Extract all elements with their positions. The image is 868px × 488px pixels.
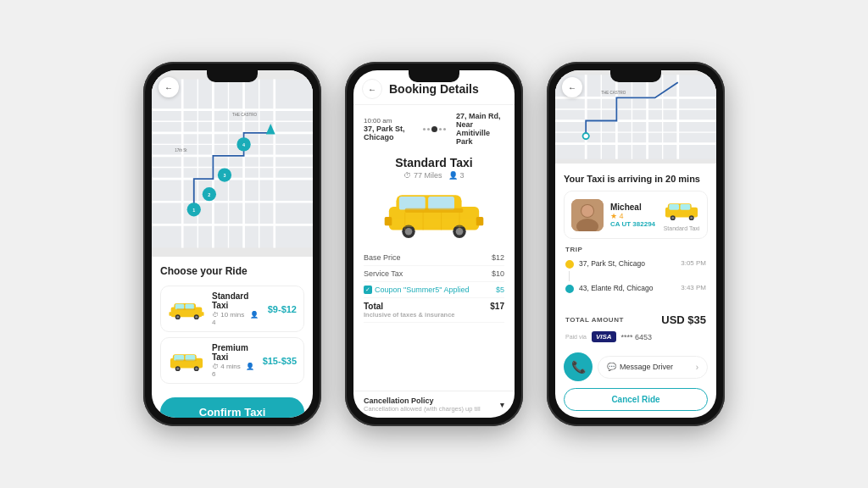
route-connector (417, 126, 451, 132)
chevron-right-icon: › (696, 363, 698, 372)
visa-badge: VISA (592, 331, 616, 342)
svg-rect-87 (681, 204, 691, 210)
action-bar: 📞 💬 Message Driver › (555, 347, 716, 388)
cancel-area: Cancel Ride (555, 388, 716, 418)
driver-name: Micheal (610, 202, 656, 212)
notch-2 (409, 70, 459, 82)
price-row-coupon: ✓ Coupon "Summer5" Applied $5 (364, 282, 504, 298)
ride-price-premium: $15-$35 (263, 356, 297, 366)
svg-point-46 (195, 367, 198, 369)
from-address: 37, Park St, Chicago (364, 125, 412, 141)
total-amount-label: TOTAL AMOUNT (565, 316, 624, 324)
ride-price-standard: $9-$12 (268, 304, 297, 314)
driver-card: Micheal ★ 4 CA UT 382294 S (564, 191, 708, 239)
back-button-2[interactable]: ← (362, 79, 382, 99)
booking-route: 10:00 am 37, Park St, Chicago 27, Main R… (353, 105, 515, 152)
screen-2: ← Booking Details 10:00 am 37, Park St, … (353, 70, 515, 418)
cancel-ride-button[interactable]: Cancel Ride (564, 388, 708, 411)
call-driver-button[interactable]: 📞 (564, 352, 593, 381)
svg-rect-59 (392, 220, 476, 228)
cancellation-policy[interactable]: Cancellation Policy Cancellation allowed… (353, 391, 515, 418)
map-3: THE CASTRO ← (555, 70, 716, 164)
message-driver-label: Message Driver (620, 363, 673, 371)
total-amount-row: TOTAL AMOUNT USD $35 (555, 310, 716, 330)
svg-rect-53 (476, 217, 484, 225)
driver-stars: ★ 4 (610, 212, 656, 220)
svg-point-91 (690, 217, 693, 219)
trip-section: TRIP 37, Park St, Chicago 3:05 PM 43, El… (555, 242, 716, 310)
price-row-tax: Service Tax $10 (364, 266, 504, 282)
phone-3: THE CASTRO ← Your Taxi is arriving in 20… (547, 62, 725, 426)
message-icon: 💬 (607, 363, 616, 371)
booking-title: Booking Details (389, 82, 479, 96)
trip-stop-to: 43, Elante Rd, Chicago 3:43 PM (565, 281, 706, 296)
svg-rect-32 (169, 312, 171, 315)
trip-connector (569, 271, 570, 281)
taxi-showcase: Standard Taxi ⏱ 77 Miles 👤 3 (353, 152, 515, 243)
map-1: 1 2 3 4 THE CASTRO 17th St ← (152, 70, 313, 257)
price-value-base: $12 (492, 253, 504, 262)
driver-plate: CA UT 382294 (610, 220, 656, 228)
svg-rect-86 (669, 204, 679, 210)
trip-end-icon (565, 285, 574, 293)
price-label-tax: Service Tax (364, 269, 403, 278)
svg-text:17th St: 17th St (175, 148, 187, 152)
driver-info: Micheal ★ 4 CA UT 382294 (610, 202, 656, 228)
svg-point-35 (176, 315, 179, 318)
choose-ride-title: Choose your Ride (160, 265, 304, 277)
taxi-meta: ⏱ 77 Miles 👤 3 (353, 171, 515, 180)
cancellation-label: Cancellation Policy (364, 396, 481, 405)
svg-point-83 (581, 205, 593, 217)
ride-meta-standard: ⏱ 10 mins 👤 4 (212, 311, 261, 326)
svg-rect-51 (428, 197, 454, 209)
tracking-header: Your Taxi is arriving in 20 mins (555, 164, 716, 187)
svg-text:2: 2 (208, 192, 210, 197)
total-amount-value: USD $35 (661, 313, 706, 326)
svg-point-89 (671, 217, 674, 219)
screen-1: 1 2 3 4 THE CASTRO 17th St ← Choose your… (152, 70, 313, 418)
svg-rect-0 (152, 79, 313, 247)
phone-2: ← Booking Details 10:00 am 37, Park St, … (345, 62, 523, 426)
svg-text:4: 4 (242, 142, 245, 147)
svg-rect-52 (385, 217, 392, 225)
svg-text:THE CASTRO: THE CASTRO (601, 91, 626, 95)
trip-from-text: 37, Park St, Chicago (579, 259, 676, 268)
svg-point-78 (583, 134, 587, 138)
screen-3: THE CASTRO ← Your Taxi is arriving in 20… (555, 70, 716, 418)
trip-start-icon (565, 260, 574, 269)
total-sub: Inclusive of taxes & insurance (364, 311, 455, 319)
svg-text:THE CASTRO: THE CASTRO (232, 113, 258, 117)
trip-to-text: 43, Elante Rd, Chicago (579, 284, 676, 292)
svg-rect-47 (175, 359, 197, 361)
phone-1: 1 2 3 4 THE CASTRO 17th St ← Choose your… (143, 62, 321, 426)
message-driver-button[interactable]: 💬 Message Driver › (598, 356, 708, 379)
svg-point-44 (176, 367, 179, 369)
route-from: 10:00 am 37, Park St, Chicago (364, 117, 412, 141)
svg-rect-33 (202, 312, 204, 315)
ride-option-premium[interactable]: Premium Taxi ⏱ 4 mins 👤 6 $15-$35 (160, 337, 304, 384)
total-value: $17 (490, 302, 504, 319)
svg-point-37 (195, 315, 198, 318)
ride-name-premium: Premium Taxi (212, 343, 256, 362)
confirm-taxi-button[interactable]: Confirm Taxi (160, 397, 304, 418)
cancellation-sub: Cancellation allowed (with charges) up t… (364, 405, 481, 413)
notch-1 (207, 70, 258, 82)
svg-point-55 (405, 228, 413, 236)
trip-label: TRIP (565, 246, 706, 253)
from-time: 10:00 am (364, 117, 412, 125)
card-number: **** 6453 (621, 333, 653, 341)
price-breakdown: Base Price $12 Service Tax $10 ✓ Coupon … (353, 243, 515, 391)
back-button-3[interactable]: ← (562, 77, 582, 97)
ride-meta-premium: ⏱ 4 mins 👤 6 (212, 363, 256, 378)
driver-car-type: Standard Taxi (663, 225, 700, 231)
total-label: Total (364, 302, 455, 311)
chevron-down-icon: ▾ (500, 401, 504, 409)
back-button-1[interactable]: ← (159, 77, 179, 97)
driver-car: Standard Taxi (663, 198, 700, 231)
ride-option-standard[interactable]: Standard Taxi ⏱ 10 mins 👤 4 $9-$12 (160, 286, 304, 332)
ride-name-standard: Standard Taxi (212, 291, 261, 310)
trip-stop-from: 37, Park St, Chicago 3:05 PM (565, 257, 706, 271)
price-label-base: Base Price (364, 253, 401, 262)
trip-to-time: 3:43 PM (681, 284, 706, 291)
price-row-total: Total Inclusive of taxes & insurance $17 (364, 298, 504, 323)
